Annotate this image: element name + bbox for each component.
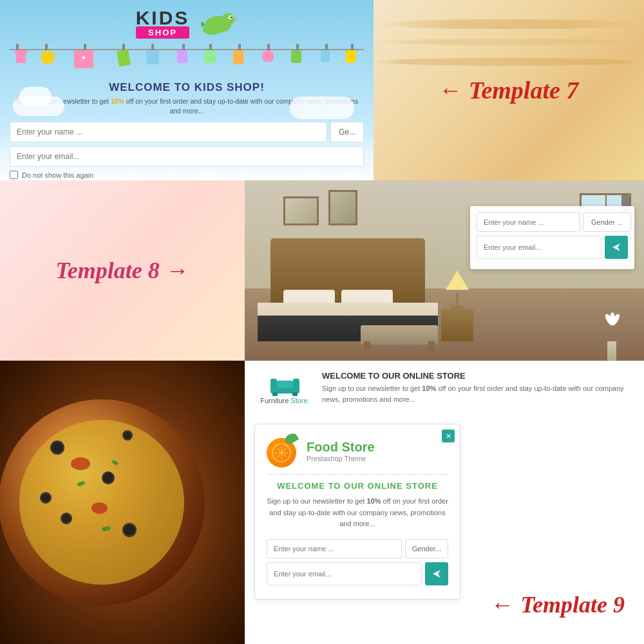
food-submit-button[interactable]	[425, 562, 448, 585]
food-welcome-title: WELCOME TO OUR ONLINE STORE	[267, 481, 448, 491]
svg-rect-8	[293, 379, 299, 388]
food-email-row	[267, 562, 448, 585]
kids-logo: KIDS	[136, 7, 190, 29]
furniture-store-name: Furniture Store.	[260, 397, 309, 404]
furniture-store-title: WELCOME TO OUR ONLINE STORE	[322, 371, 631, 381]
kids-name-input[interactable]	[10, 122, 327, 142]
template-6-kids-shop: KIDS SHOP	[0, 0, 374, 180]
wall-picture-2	[328, 190, 357, 225]
furniture-store-section: Furniture Store. WELCOME TO OUR ONLINE S…	[245, 361, 644, 414]
bird-icon	[193, 5, 238, 41]
nightstand	[441, 309, 473, 341]
kids-name-row: Ge...	[10, 122, 364, 142]
bed-bench	[361, 325, 438, 345]
furniture-logo-area: Furniture Store.	[258, 371, 312, 404]
flower-vase	[599, 309, 625, 361]
bedroom-lamp	[444, 270, 470, 309]
furniture-percent: 10%	[422, 384, 436, 392]
furniture-store-info: WELCOME TO OUR ONLINE STORE Sign up to o…	[322, 371, 631, 404]
food-name-input[interactable]	[267, 539, 402, 558]
furniture-store-desc: Sign up to our newsletter to get 10% off…	[322, 383, 631, 404]
svg-point-5	[203, 24, 221, 35]
food-store-subtitle: Prestashop Theme	[307, 455, 375, 462]
food-store-logo-icon	[267, 434, 300, 468]
food-popup-close[interactable]: ✕	[442, 430, 455, 442]
bench-leg-right	[428, 341, 435, 351]
food-percent: 10%	[366, 497, 381, 505]
kids-gender-button[interactable]: Ge...	[330, 122, 364, 142]
template-8-text: Template 8	[55, 257, 160, 284]
clothes-line: ♥	[10, 44, 364, 79]
bench-leg-left	[364, 341, 370, 351]
template-9-bottom-right: Furniture Store. WELCOME TO OUR ONLINE S…	[245, 361, 644, 644]
kids-welcome-title: WELCOME TO KIDS SHOP!	[10, 81, 364, 94]
svg-marker-4	[234, 18, 238, 21]
arrow-right-icon: →	[166, 257, 189, 284]
svg-rect-9	[277, 381, 293, 388]
kids-percent: 10%	[111, 97, 124, 105]
svg-point-1	[222, 13, 234, 26]
arrow-left-icon: ←	[439, 77, 462, 104]
food-popup: ✕	[254, 424, 460, 600]
bedroom-background: Gender ...	[245, 180, 644, 361]
sofa-icon	[267, 371, 303, 397]
template-7-text: Template 7	[469, 76, 579, 104]
bedroom-submit-button[interactable]	[605, 236, 628, 259]
bedroom-gender-button[interactable]: Gender ...	[583, 213, 631, 232]
template-7-label: ← Template 7	[439, 76, 579, 104]
svg-rect-7	[270, 379, 277, 388]
main-container: KIDS SHOP	[0, 0, 644, 644]
food-store-name: Food Store	[307, 440, 375, 455]
template-8-area: Template 8 →	[0, 180, 245, 361]
food-send-icon	[432, 569, 441, 578]
svg-point-3	[231, 17, 232, 19]
kids-checkbox[interactable]	[10, 171, 18, 179]
food-store-header: Food Store Prestashop Theme	[267, 434, 448, 475]
food-store-name-area: Food Store Prestashop Theme	[307, 440, 375, 462]
food-gender-button[interactable]: Gender...	[405, 539, 448, 558]
bedroom-name-row: Gender ...	[477, 213, 628, 232]
wall-picture-1	[283, 196, 319, 225]
kids-checkbox-row: Do not show this again	[10, 171, 364, 179]
kids-email-input[interactable]	[10, 146, 364, 167]
template-8-label: Template 8 →	[55, 257, 189, 284]
kids-email-row	[10, 146, 364, 167]
svg-rect-10	[272, 392, 278, 396]
bedroom-email-input[interactable]	[477, 236, 601, 259]
pizza-base	[0, 399, 205, 605]
send-icon	[612, 243, 621, 252]
template-food-left-area	[0, 361, 245, 644]
kids-shop-header: KIDS SHOP	[10, 5, 364, 41]
bedroom-email-row	[477, 236, 628, 259]
template-9-arrow-left: ←	[491, 591, 514, 618]
template-bedroom-area: Gender ...	[245, 180, 644, 361]
food-signup-text: Sign up to our newsletter to get 10% off…	[267, 496, 448, 530]
svg-rect-11	[292, 392, 298, 396]
kids-checkbox-label: Do not show this again	[22, 171, 93, 179]
template-9-label: ← Template 9	[491, 591, 625, 618]
template-9-text: Template 9	[520, 591, 625, 618]
food-email-input[interactable]	[267, 562, 422, 585]
food-name-row: Gender...	[267, 539, 448, 558]
bedroom-form-overlay: Gender ...	[470, 206, 634, 269]
bedroom-name-input[interactable]	[477, 213, 580, 232]
template-7-area: ← Template 7	[374, 0, 644, 180]
